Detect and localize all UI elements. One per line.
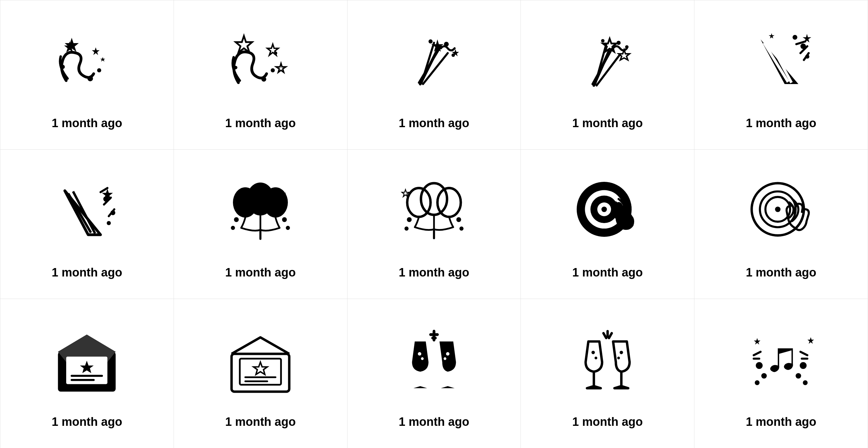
svg-point-68 (456, 217, 461, 222)
svg-point-69 (404, 227, 408, 231)
svg-point-110 (761, 373, 767, 379)
list-item[interactable]: 1 month ago (347, 150, 521, 299)
svg-line-44 (68, 193, 91, 233)
svg-point-48 (107, 221, 111, 225)
svg-point-12 (234, 66, 237, 69)
champagne-clink-solid-icon (394, 322, 474, 403)
svg-point-81 (775, 207, 781, 212)
party-hat-confetti-icon (46, 172, 127, 253)
svg-point-96 (421, 357, 424, 360)
svg-point-97 (446, 352, 449, 356)
fireworks-outline-icon (567, 23, 648, 104)
svg-marker-9 (276, 63, 286, 72)
svg-line-99 (603, 333, 606, 338)
list-item[interactable]: 1 month ago (174, 150, 347, 299)
list-item[interactable]: 1 month ago (0, 299, 174, 448)
svg-point-95 (418, 352, 421, 356)
envelope-star-solid-icon (46, 322, 127, 403)
time-text: 1 month ago (399, 266, 469, 279)
svg-point-70 (459, 227, 463, 231)
svg-point-111 (796, 373, 801, 379)
champagne-clink-outline-icon (567, 322, 648, 403)
list-item[interactable]: 1 month ago (521, 0, 694, 150)
svg-line-52 (100, 188, 107, 192)
svg-point-30 (601, 39, 604, 42)
time-text: 1 month ago (399, 117, 469, 130)
celebration-stars-solid-icon (46, 23, 127, 104)
time-text: 1 month ago (746, 266, 816, 279)
party-popper-icon (741, 23, 822, 104)
svg-point-103 (594, 356, 597, 359)
envelope-star-outline-icon (220, 322, 301, 403)
list-item[interactable]: 1 month ago (0, 150, 174, 299)
svg-point-60 (286, 226, 290, 230)
time-text: 1 month ago (52, 117, 122, 130)
svg-point-38 (793, 35, 797, 40)
svg-marker-1 (92, 48, 100, 55)
svg-point-13 (274, 52, 277, 55)
svg-line-34 (769, 40, 792, 83)
svg-marker-6 (100, 57, 105, 62)
balloons-solid-icon (220, 172, 301, 253)
time-text: 1 month ago (225, 117, 296, 130)
time-text: 1 month ago (746, 415, 816, 429)
time-text: 1 month ago (225, 415, 296, 429)
balloons-outline-icon (394, 172, 474, 253)
list-item[interactable]: 1 month ago (694, 299, 868, 448)
list-item[interactable]: 1 month ago (694, 0, 868, 150)
time-text: 1 month ago (572, 415, 643, 429)
svg-point-108 (755, 362, 763, 369)
list-item[interactable]: 1 month ago (694, 150, 868, 299)
svg-line-116 (800, 352, 807, 355)
list-item[interactable]: 1 month ago (347, 299, 521, 448)
list-item[interactable]: 1 month ago (174, 0, 347, 150)
list-item[interactable]: 1 month ago (347, 0, 521, 150)
svg-point-112 (755, 380, 760, 385)
svg-point-3 (97, 68, 101, 72)
icon-grid: 1 month ago 1 month ago (0, 0, 868, 448)
celebration-stars-outline-icon (220, 23, 301, 104)
svg-point-11 (271, 68, 275, 72)
svg-point-59 (231, 226, 235, 230)
list-item[interactable]: 1 month ago (521, 150, 694, 299)
music-celebration-icon (741, 322, 822, 403)
svg-marker-107 (807, 337, 814, 344)
vinyl-hand-outline-icon (741, 172, 822, 253)
time-text: 1 month ago (52, 415, 122, 429)
svg-point-102 (591, 351, 595, 354)
svg-point-2 (88, 76, 93, 82)
svg-marker-36 (769, 33, 774, 38)
svg-point-55 (247, 182, 274, 215)
svg-point-58 (282, 217, 287, 222)
svg-line-114 (754, 352, 761, 355)
svg-marker-7 (236, 36, 252, 53)
svg-point-21 (428, 39, 432, 43)
svg-point-22 (452, 53, 455, 57)
svg-point-98 (444, 357, 446, 360)
svg-point-105 (617, 356, 620, 359)
fireworks-stars-icon (394, 23, 474, 104)
time-text: 1 month ago (225, 266, 296, 279)
svg-point-4 (61, 65, 65, 69)
vinyl-hand-solid-icon (567, 172, 648, 253)
svg-point-29 (616, 40, 620, 45)
svg-point-67 (407, 217, 411, 222)
svg-point-10 (261, 77, 266, 82)
time-text: 1 month ago (572, 266, 643, 279)
svg-point-104 (619, 351, 623, 354)
list-item[interactable]: 1 month ago (521, 299, 694, 448)
time-text: 1 month ago (572, 117, 643, 130)
svg-point-113 (803, 380, 807, 385)
svg-point-57 (234, 217, 239, 222)
time-text: 1 month ago (399, 415, 469, 429)
svg-point-77 (601, 207, 607, 212)
time-text: 1 month ago (746, 117, 816, 130)
list-item[interactable]: 1 month ago (0, 0, 174, 150)
svg-line-101 (609, 333, 612, 338)
list-item[interactable]: 1 month ago (174, 299, 347, 448)
svg-point-65 (421, 183, 447, 215)
time-text: 1 month ago (52, 266, 122, 279)
svg-point-109 (800, 362, 806, 369)
svg-line-33 (764, 43, 788, 82)
svg-marker-106 (754, 338, 760, 345)
